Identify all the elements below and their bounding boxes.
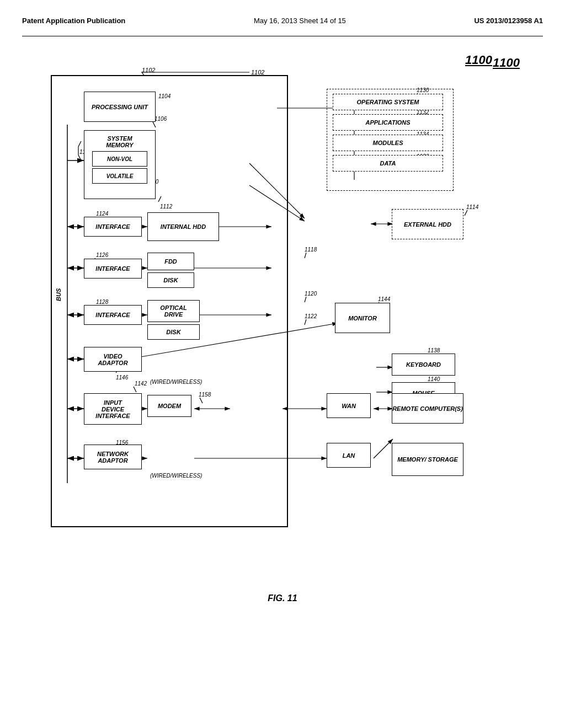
diagram-container: 1102 1108 1106 1110 1112	[34, 53, 531, 577]
volatile-label: VOLATILE	[106, 173, 134, 179]
fdd-box: FDD	[147, 253, 194, 270]
external-hdd-label: EXTERNAL HDD	[404, 221, 451, 228]
applications-label: APPLICATIONS	[365, 119, 410, 126]
optical-drive-label: OPTICALDRIVE	[160, 304, 186, 318]
remote-computers-label: REMOTE COMPUTER(S)	[392, 405, 463, 412]
keyboard-box: KEYBOARD	[392, 354, 455, 376]
fdd-label: FDD	[164, 258, 177, 265]
disk-optical-box: DISK	[147, 324, 200, 340]
svg-text:1140: 1140	[428, 376, 440, 382]
header-right: US 2013/0123958 A1	[474, 17, 543, 25]
header-center: May 16, 2013 Sheet 14 of 15	[254, 17, 346, 25]
interface-1126-label: INTERFACE	[95, 265, 130, 272]
processing-unit-box: PROCESSING UNIT	[84, 92, 156, 122]
keyboard-label: KEYBOARD	[406, 361, 441, 368]
wan-label: WAN	[342, 403, 356, 409]
modem-box: MODEM	[147, 395, 191, 417]
modules-label: MODULES	[373, 140, 403, 146]
modem-label: MODEM	[158, 403, 181, 409]
interface-1128-label: INTERFACE	[95, 312, 130, 318]
volatile-box: VOLATILE	[92, 168, 147, 184]
applications-box: APPLICATIONS	[333, 114, 443, 131]
data-label: DATA	[380, 160, 396, 167]
label-1104: 1104	[158, 93, 170, 99]
network-adaptor-box: NETWORKADAPTOR	[84, 445, 142, 469]
external-hdd-box: EXTERNAL HDD	[392, 209, 463, 239]
monitor-label: MONITOR	[348, 315, 377, 322]
lan-box: LAN	[327, 443, 371, 468]
diagram-area: 1100 1102	[29, 53, 536, 603]
lan-label: LAN	[343, 452, 355, 459]
internal-hdd-label: INTERNAL HDD	[161, 223, 206, 230]
remote-computers-box: REMOTE COMPUTER(S)	[392, 393, 463, 424]
svg-line-35	[374, 439, 393, 458]
memory-storage-box: MEMORY/ STORAGE	[392, 443, 463, 476]
disk-fdd-box: DISK	[147, 272, 194, 288]
input-device-interface-box: INPUTDEVICEINTERFACE	[84, 393, 142, 425]
modules-box: MODULES	[333, 135, 443, 151]
video-adaptor-box: VIDEOADAPTOR	[84, 347, 142, 372]
svg-text:1144: 1144	[378, 296, 391, 302]
non-vol-label: NON-VOL	[107, 156, 132, 162]
internal-hdd-box: INTERNAL HDD	[147, 212, 219, 241]
header: Patent Application Publication May 16, 2…	[22, 11, 543, 36]
figure-label: FIG. 11	[29, 593, 536, 603]
system-memory-box: SYSTEMMEMORY NON-VOL VOLATILE	[84, 130, 156, 199]
interface-1126-box: INTERFACE	[84, 259, 142, 279]
input-device-interface-label: INPUTDEVICEINTERFACE	[95, 399, 130, 419]
svg-text:1120: 1120	[305, 291, 317, 297]
page: Patent Application Publication May 16, 2…	[0, 0, 565, 728]
svg-text:1138: 1138	[428, 347, 440, 354]
wan-box: WAN	[327, 393, 371, 418]
interface-1124-label: INTERFACE	[95, 223, 130, 230]
video-adaptor-label: VIDEOADAPTOR	[98, 353, 127, 366]
disk-optical-label: DISK	[166, 329, 180, 335]
interface-1128-box: INTERFACE	[84, 305, 142, 325]
header-left: Patent Application Publication	[22, 17, 125, 25]
interface-1124-box: INTERFACE	[84, 217, 142, 237]
fig-ref-1100: 1100	[493, 56, 520, 70]
system-memory-label: SYSTEMMEMORY	[106, 135, 133, 148]
label-1102: 1102	[142, 67, 155, 73]
non-vol-box: NON-VOL	[92, 151, 147, 167]
optical-drive-box: OPTICALDRIVE	[147, 300, 200, 322]
network-adaptor-label: NETWORKADAPTOR	[97, 451, 129, 464]
svg-text:1118: 1118	[305, 247, 317, 253]
memory-storage-label: MEMORY/ STORAGE	[397, 456, 458, 463]
disk-fdd-label: DISK	[163, 277, 178, 283]
svg-text:1122: 1122	[305, 313, 317, 319]
svg-text:1114: 1114	[466, 204, 479, 210]
monitor-box: MONITOR	[335, 303, 390, 333]
operating-system-box: OPERATING SYSTEM	[333, 94, 443, 110]
operating-system-label: OPERATING SYSTEM	[357, 99, 419, 105]
os-area-box: OPERATING SYSTEM APPLICATIONS MODULES DA…	[327, 89, 454, 191]
data-box: DATA	[333, 155, 443, 172]
